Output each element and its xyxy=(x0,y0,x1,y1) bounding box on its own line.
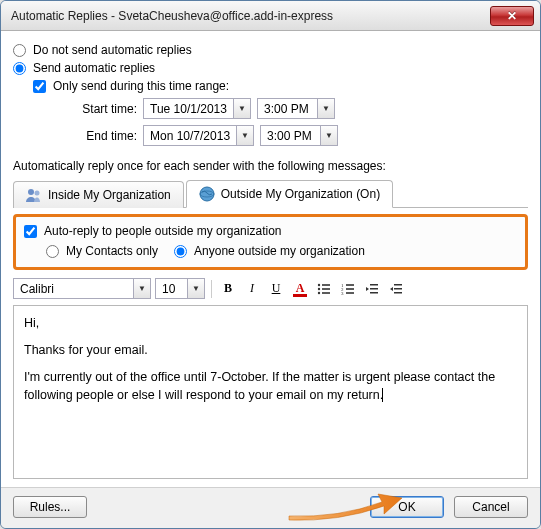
font-size-value: 10 xyxy=(155,278,187,299)
outdent-icon xyxy=(365,282,379,296)
svg-rect-7 xyxy=(322,288,330,290)
end-date-value: Mon 10/7/2013 xyxy=(143,125,236,146)
close-button[interactable]: ✕ xyxy=(490,6,534,26)
svg-rect-20 xyxy=(394,288,402,290)
toolbar-separator xyxy=(211,280,212,298)
numbered-list-icon: 123 xyxy=(341,282,355,296)
rules-button[interactable]: Rules... xyxy=(13,496,87,518)
titlebar: Automatic Replies - SvetaCheusheva@offic… xyxy=(1,1,540,31)
start-time-value: 3:00 PM xyxy=(257,98,317,119)
message-editor[interactable]: Hi, Thanks for your email. I'm currently… xyxy=(13,305,528,479)
tab-outside-label: Outside My Organization (On) xyxy=(221,187,380,201)
send-label: Send automatic replies xyxy=(33,61,155,75)
do-not-send-option[interactable]: Do not send automatic replies xyxy=(13,43,528,57)
format-toolbar: Calibri ▼ 10 ▼ B I U A 123 xyxy=(13,276,528,301)
start-date-value: Tue 10/1/2013 xyxy=(143,98,233,119)
only-range-checkbox[interactable] xyxy=(33,80,46,93)
dialog-content: Do not send automatic replies Send autom… xyxy=(1,31,540,487)
outside-scope-radios: My Contacts only Anyone outside my organ… xyxy=(46,242,517,260)
body-message: I'm currently out of the office until 7-… xyxy=(24,370,495,403)
svg-rect-18 xyxy=(370,292,378,294)
start-time-row: Start time: Tue 10/1/2013 ▼ 3:00 PM ▼ xyxy=(73,98,528,119)
svg-rect-21 xyxy=(394,292,402,294)
svg-rect-15 xyxy=(346,292,354,294)
contacts-only-option[interactable]: My Contacts only xyxy=(46,244,158,258)
svg-point-4 xyxy=(318,283,320,285)
font-size-combo[interactable]: 10 ▼ xyxy=(155,278,205,299)
chevron-down-icon[interactable]: ▼ xyxy=(233,98,251,119)
anyone-outside-radio[interactable] xyxy=(174,245,187,258)
close-icon: ✕ xyxy=(507,9,517,23)
send-option[interactable]: Send automatic replies xyxy=(13,61,528,75)
cancel-button[interactable]: Cancel xyxy=(454,496,528,518)
only-range-label: Only send during this time range: xyxy=(53,79,229,93)
end-date-combo[interactable]: Mon 10/7/2013 ▼ xyxy=(143,125,254,146)
svg-rect-13 xyxy=(346,288,354,290)
svg-rect-19 xyxy=(394,284,402,286)
auto-reply-section-label: Automatically reply once for each sender… xyxy=(13,159,528,173)
anyone-outside-label: Anyone outside my organization xyxy=(194,244,365,258)
italic-button[interactable]: I xyxy=(242,279,262,299)
do-not-send-label: Do not send automatic replies xyxy=(33,43,192,57)
font-color-button[interactable]: A xyxy=(290,279,310,299)
tab-inside-org[interactable]: Inside My Organization xyxy=(13,181,184,208)
start-time-label: Start time: xyxy=(73,102,137,116)
outdent-button[interactable] xyxy=(362,279,382,299)
body-thanks: Thanks for your email. xyxy=(24,341,517,360)
cancel-label: Cancel xyxy=(472,500,509,514)
svg-text:3: 3 xyxy=(341,291,344,296)
svg-rect-16 xyxy=(370,284,378,286)
people-icon xyxy=(26,187,42,203)
tab-outside-org[interactable]: Outside My Organization (On) xyxy=(186,180,393,208)
automatic-replies-dialog: Automatic Replies - SvetaCheusheva@offic… xyxy=(0,0,541,529)
start-time-combo[interactable]: 3:00 PM ▼ xyxy=(257,98,335,119)
numbered-list-button[interactable]: 123 xyxy=(338,279,358,299)
scope-tabs: Inside My Organization Outside My Organi… xyxy=(13,179,528,208)
end-time-label: End time: xyxy=(73,129,137,143)
svg-rect-17 xyxy=(370,288,378,290)
svg-point-8 xyxy=(318,291,320,293)
send-radio[interactable] xyxy=(13,62,26,75)
autoreply-outside-option[interactable]: Auto-reply to people outside my organiza… xyxy=(24,224,517,238)
body-greeting: Hi, xyxy=(24,314,517,333)
contacts-only-label: My Contacts only xyxy=(66,244,158,258)
button-bar: Rules... OK Cancel xyxy=(1,487,540,528)
end-time-value: 3:00 PM xyxy=(260,125,320,146)
autoreply-outside-label: Auto-reply to people outside my organiza… xyxy=(44,224,281,238)
only-range-option[interactable]: Only send during this time range: xyxy=(33,79,528,93)
globe-icon xyxy=(199,186,215,202)
bold-button[interactable]: B xyxy=(218,279,238,299)
svg-rect-11 xyxy=(346,284,354,286)
chevron-down-icon[interactable]: ▼ xyxy=(187,278,205,299)
ok-button[interactable]: OK xyxy=(370,496,444,518)
bullet-list-icon xyxy=(317,282,331,296)
svg-point-0 xyxy=(28,189,34,195)
end-time-combo[interactable]: 3:00 PM ▼ xyxy=(260,125,338,146)
indent-icon xyxy=(389,282,403,296)
bullet-list-button[interactable] xyxy=(314,279,334,299)
anyone-outside-option[interactable]: Anyone outside my organization xyxy=(174,244,365,258)
chevron-down-icon[interactable]: ▼ xyxy=(317,98,335,119)
font-family-combo[interactable]: Calibri ▼ xyxy=(13,278,151,299)
chevron-down-icon[interactable]: ▼ xyxy=(236,125,254,146)
contacts-only-radio[interactable] xyxy=(46,245,59,258)
window-title: Automatic Replies - SvetaCheusheva@offic… xyxy=(11,9,490,23)
chevron-down-icon[interactable]: ▼ xyxy=(320,125,338,146)
outside-org-options: Auto-reply to people outside my organiza… xyxy=(13,214,528,270)
ok-label: OK xyxy=(398,500,415,514)
end-time-row: End time: Mon 10/7/2013 ▼ 3:00 PM ▼ xyxy=(73,125,528,146)
rules-label: Rules... xyxy=(30,500,71,514)
svg-rect-9 xyxy=(322,292,330,294)
font-family-value: Calibri xyxy=(13,278,133,299)
start-date-combo[interactable]: Tue 10/1/2013 ▼ xyxy=(143,98,251,119)
autoreply-outside-checkbox[interactable] xyxy=(24,225,37,238)
indent-button[interactable] xyxy=(386,279,406,299)
tab-inside-label: Inside My Organization xyxy=(48,188,171,202)
svg-point-1 xyxy=(35,191,40,196)
svg-rect-5 xyxy=(322,284,330,286)
svg-point-6 xyxy=(318,287,320,289)
chevron-down-icon[interactable]: ▼ xyxy=(133,278,151,299)
underline-button[interactable]: U xyxy=(266,279,286,299)
do-not-send-radio[interactable] xyxy=(13,44,26,57)
